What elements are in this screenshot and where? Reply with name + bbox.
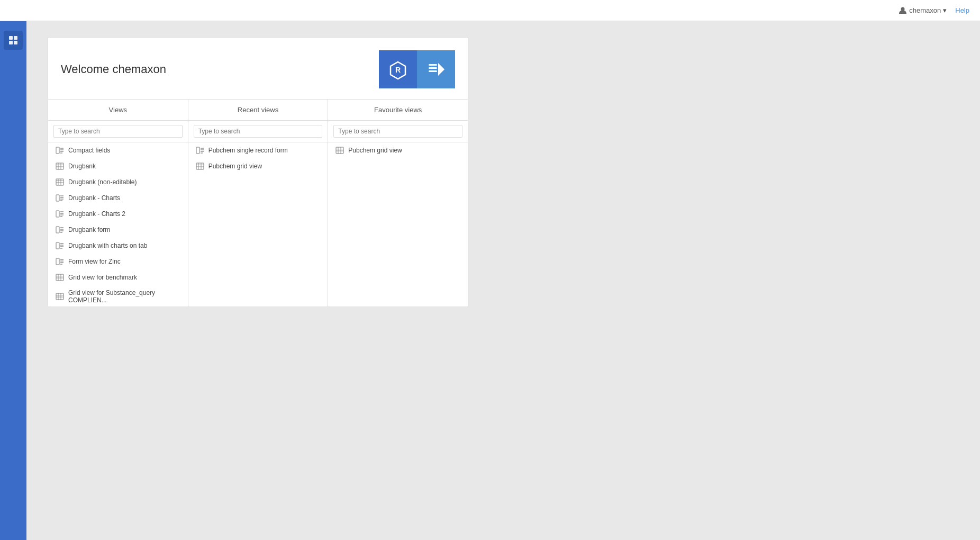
reactor-icon-button[interactable]: R: [379, 50, 417, 88]
sidebar: [0, 0, 26, 540]
svg-rect-30: [56, 179, 63, 185]
view-item-label: Pubchem single record form: [208, 147, 288, 154]
form-view-icon: [56, 257, 64, 266]
dropdown-arrow: ▾: [943, 6, 947, 14]
list-item[interactable]: Drugbank (non-editable): [48, 174, 188, 190]
view-item-label: Drugbank - Charts 2: [68, 210, 125, 218]
view-item-label: Pubchem grid view: [208, 163, 262, 170]
svg-rect-18: [429, 70, 437, 72]
search-input-favourite[interactable]: [333, 125, 462, 138]
svg-rect-12: [9, 41, 13, 44]
list-item[interactable]: Pubchem grid view: [328, 142, 468, 158]
main-content: Welcome chemaxon R: [26, 21, 980, 540]
svg-marker-19: [438, 63, 444, 76]
grid-view-icon: [196, 162, 204, 170]
svg-rect-50: [56, 242, 59, 249]
svg-rect-55: [56, 258, 59, 265]
list-item[interactable]: Drugbank with charts on tab: [48, 238, 188, 254]
list-item[interactable]: Drugbank - Charts 2: [48, 206, 188, 222]
welcome-header: Welcome chemaxon R: [48, 38, 468, 100]
grid-view-icon: [56, 292, 64, 301]
view-item-label: Drugbank - Charts: [68, 194, 120, 202]
list-item[interactable]: Grid view for Substance_query COMPLIEN..…: [48, 285, 188, 307]
svg-text:R: R: [395, 66, 401, 74]
column-header-views: Views: [48, 100, 188, 121]
column-header-recent: Recent views: [188, 100, 328, 121]
svg-rect-10: [9, 36, 13, 40]
grid-view-icon: [56, 162, 64, 170]
svg-rect-17: [429, 67, 437, 69]
views-column-views: Views Compact fields Drugbank: [48, 100, 188, 307]
views-column-favourite: Favourite views Pubchem grid view: [328, 100, 468, 307]
list-item[interactable]: Drugbank: [48, 158, 188, 174]
view-item-label: Grid view for Substance_query COMPLIEN..…: [68, 289, 180, 304]
svg-rect-25: [56, 163, 63, 169]
svg-rect-16: [429, 64, 437, 66]
arrow-icon-button[interactable]: [417, 50, 455, 88]
views-list-recent: Pubchem single record form Pubchem grid …: [188, 142, 328, 174]
svg-rect-20: [56, 147, 59, 154]
svg-rect-90: [196, 163, 204, 169]
form-view-icon: [56, 210, 64, 218]
svg-rect-95: [336, 147, 343, 154]
svg-rect-13: [14, 41, 17, 44]
svg-rect-85: [196, 147, 199, 154]
list-item[interactable]: Drugbank - Charts: [48, 190, 188, 206]
form-view-icon: [56, 146, 64, 155]
views-container: Views Compact fields Drugbank: [48, 100, 468, 307]
welcome-title: Welcome chemaxon: [61, 62, 166, 76]
view-item-label: Drugbank (non-editable): [68, 178, 137, 186]
form-view-icon: [196, 146, 204, 155]
list-item[interactable]: Form view for Zinc: [48, 254, 188, 269]
svg-rect-40: [56, 211, 59, 217]
view-item-label: Drugbank form: [68, 226, 110, 233]
views-list-views: Compact fields Drugbank Drugbank (non-ed…: [48, 142, 188, 307]
form-view-icon: [56, 241, 64, 250]
list-item[interactable]: Grid view for benchmark: [48, 269, 188, 285]
header-icons: R: [379, 50, 455, 88]
form-view-icon: [56, 226, 64, 234]
svg-rect-11: [14, 36, 17, 40]
grid-view-icon: [56, 178, 64, 186]
view-item-label: Compact fields: [68, 147, 110, 154]
view-item-label: Pubchem grid view: [348, 147, 402, 154]
list-item[interactable]: Drugbank form: [48, 222, 188, 238]
username-label: chemaxon: [909, 6, 941, 14]
view-item-label: Drugbank with charts on tab: [68, 242, 147, 249]
search-input-recent[interactable]: [194, 125, 323, 138]
welcome-panel: Welcome chemaxon R: [48, 37, 468, 307]
user-area: chemaxon ▾ Help: [899, 6, 969, 15]
svg-rect-35: [56, 195, 59, 201]
svg-rect-65: [56, 293, 63, 300]
user-icon: [899, 6, 907, 15]
list-item[interactable]: Compact fields: [48, 142, 188, 158]
list-item[interactable]: Pubchem grid view: [188, 158, 328, 174]
topbar: chemaxon ▾ Help: [0, 0, 980, 21]
svg-rect-60: [56, 274, 63, 281]
grid-view-icon: [335, 146, 344, 155]
views-column-recent: Recent views Pubchem single record form …: [188, 100, 329, 307]
form-view-icon: [56, 194, 64, 202]
list-item[interactable]: Pubchem single record form: [188, 142, 328, 158]
nav-grid-icon[interactable]: [4, 31, 23, 50]
user-menu[interactable]: chemaxon ▾: [899, 6, 947, 15]
help-link[interactable]: Help: [955, 6, 969, 14]
view-item-label: Grid view for benchmark: [68, 274, 137, 281]
column-header-favourite: Favourite views: [328, 100, 468, 121]
svg-rect-45: [56, 227, 59, 233]
view-item-label: Form view for Zinc: [68, 258, 121, 265]
view-item-label: Drugbank: [68, 163, 96, 170]
grid-view-icon: [56, 273, 64, 282]
search-input-views[interactable]: [53, 125, 183, 138]
views-list-favourite: Pubchem grid view: [328, 142, 468, 158]
